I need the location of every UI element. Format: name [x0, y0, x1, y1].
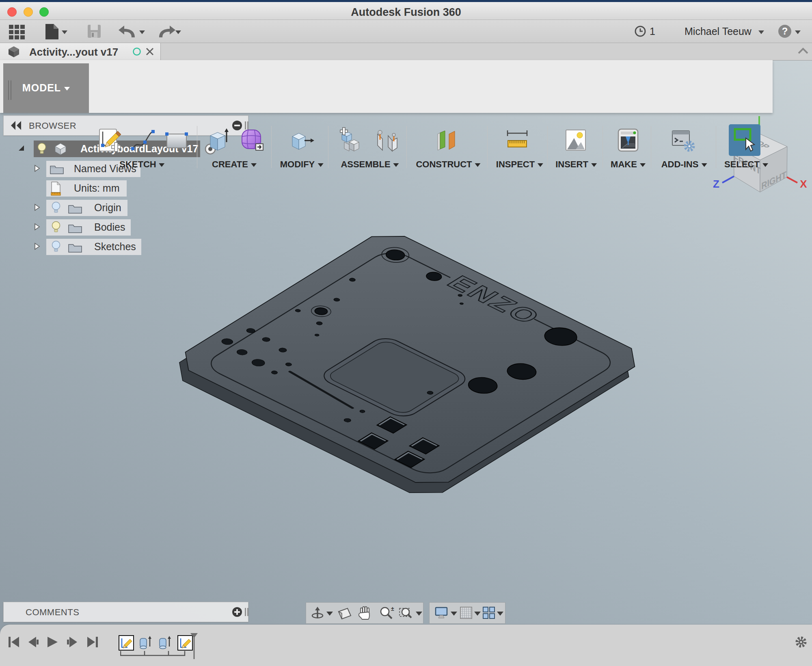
ribbon: MODEL [0, 60, 773, 113]
grid-display-icon[interactable] [460, 606, 473, 619]
collapse-panel-icon[interactable] [10, 121, 22, 130]
construct-plane-icon[interactable] [434, 127, 460, 154]
display-settings-icon[interactable] [434, 606, 449, 620]
press-pull-icon[interactable] [289, 127, 315, 154]
ribbon-menu-inspect[interactable]: INSPECT [496, 159, 543, 170]
axis-z-label: Z [713, 178, 719, 190]
close-icon[interactable] [145, 47, 154, 56]
titlebar: Autodesk Fusion 360 [0, 2, 812, 20]
disclosure-icon[interactable] [34, 164, 41, 172]
app-toolbar: 1 Michael Teeuw ? [0, 20, 812, 43]
user-menu-caret [758, 30, 764, 34]
save-icon[interactable] [87, 24, 102, 39]
timeline-feature-extrude-2[interactable] [158, 635, 172, 651]
look-at-icon[interactable] [337, 607, 352, 620]
timeline [0, 625, 812, 666]
redo-menu-caret[interactable] [175, 30, 181, 34]
measure-icon[interactable] [504, 127, 530, 154]
browser-item-sketches[interactable]: Sketches [46, 239, 141, 255]
extrude-icon[interactable] [205, 127, 231, 154]
go-to-start-icon[interactable] [8, 636, 19, 648]
ribbon-menu-create[interactable]: CREATE [212, 159, 257, 170]
resize-handle-icon[interactable] [245, 608, 246, 616]
undo-menu-caret[interactable] [139, 30, 145, 34]
help-menu-caret[interactable] [795, 30, 801, 34]
step-forward-icon[interactable] [67, 636, 78, 648]
go-to-end-icon[interactable] [87, 636, 98, 648]
rectangle-icon[interactable] [164, 127, 190, 154]
sync-icon[interactable] [132, 47, 141, 56]
expand-chevron-icon[interactable] [797, 47, 809, 55]
navigation-toolbar: ± [306, 602, 423, 624]
disclosure-icon[interactable] [34, 242, 41, 250]
step-back-icon[interactable] [28, 636, 39, 648]
user-menu[interactable]: Michael Teeuw [685, 26, 764, 37]
timeline-feature-extrude[interactable] [139, 635, 153, 651]
tab-title: Activity...yout v17 [29, 46, 118, 58]
model-body[interactable]: ENZO [159, 227, 656, 502]
clock-icon[interactable] [634, 25, 646, 37]
file-icon[interactable] [45, 23, 59, 40]
browser-item-units[interactable]: Units: mm [46, 180, 127, 197]
timeline-feature-sketch[interactable] [119, 635, 134, 651]
comments-bar[interactable]: COMMENTS [3, 602, 248, 622]
document-tab[interactable]: Activity...yout v17 [0, 43, 161, 60]
display-menu-caret[interactable] [451, 612, 457, 616]
zoom-icon[interactable]: ± [379, 606, 395, 621]
orbit-menu-caret[interactable] [326, 612, 333, 616]
disclosure-icon[interactable] [34, 203, 41, 211]
workspace-caret [64, 87, 70, 91]
redo-icon[interactable] [157, 25, 176, 38]
ribbon-menu-sketch[interactable]: SKETCH [119, 159, 164, 170]
play-icon[interactable] [46, 636, 58, 648]
add-comment-icon[interactable] [232, 607, 242, 617]
joint-icon[interactable] [374, 127, 400, 154]
zoom-menu-caret[interactable] [416, 612, 422, 616]
viewports-icon[interactable] [482, 606, 496, 619]
bulb-on-icon[interactable] [51, 221, 61, 234]
timeline-marker-icon[interactable] [190, 633, 198, 660]
ribbon-menu-insert[interactable]: INSERT [555, 159, 597, 170]
make-icon[interactable] [615, 127, 641, 154]
browser-title: BROWSER [29, 121, 76, 131]
display-toolbar [429, 602, 505, 624]
bulb-on-icon[interactable] [37, 143, 47, 155]
app-grid-icon[interactable] [9, 25, 26, 39]
select-icon[interactable] [729, 124, 760, 156]
ribbon-menu-add-ins[interactable]: ADD-INS [661, 159, 707, 170]
timeline-group-bracket [120, 651, 186, 656]
units-document-icon [51, 182, 61, 196]
workspace-switcher[interactable]: MODEL [3, 63, 89, 113]
add-ins-icon[interactable] [671, 127, 697, 154]
undo-icon[interactable] [118, 25, 137, 38]
expanded-icon[interactable] [17, 145, 25, 152]
sketch-icon[interactable] [96, 127, 122, 154]
ribbon-menu-select[interactable]: SELECT [724, 159, 768, 170]
bulb-off-icon[interactable] [51, 240, 61, 253]
bulb-off-icon[interactable] [51, 201, 61, 214]
disclosure-icon[interactable] [34, 223, 41, 231]
insert-image-icon[interactable] [563, 127, 589, 154]
grid-menu-caret[interactable] [474, 612, 481, 616]
user-name: Michael Teeuw [685, 26, 752, 37]
viewports-menu-caret[interactable] [497, 612, 503, 616]
new-component-icon[interactable] [339, 127, 365, 154]
spline-icon[interactable] [130, 127, 155, 154]
ribbon-menu-make[interactable]: MAKE [611, 159, 646, 170]
pan-icon[interactable] [357, 605, 372, 621]
browser-item-origin[interactable]: Origin [46, 200, 127, 216]
form-icon[interactable] [239, 127, 265, 154]
orbit-icon[interactable] [310, 606, 325, 621]
ribbon-menu-construct[interactable]: CONSTRUCT [416, 159, 480, 170]
help-icon[interactable]: ? [778, 24, 792, 38]
window-zoom-icon[interactable] [399, 606, 414, 621]
folder-icon [50, 164, 64, 174]
browser-item-bodies[interactable]: Bodies [46, 219, 131, 236]
fusion360-window: { "window": { "title": "Autodesk Fusion … [0, 0, 812, 666]
component-cube-icon [54, 143, 67, 156]
ribbon-menu-assemble[interactable]: ASSEMBLE [341, 159, 399, 170]
gear-icon[interactable] [794, 635, 808, 649]
file-menu-caret[interactable] [62, 30, 67, 34]
comments-title: COMMENTS [26, 607, 79, 618]
ribbon-menu-modify[interactable]: MODIFY [280, 159, 324, 170]
